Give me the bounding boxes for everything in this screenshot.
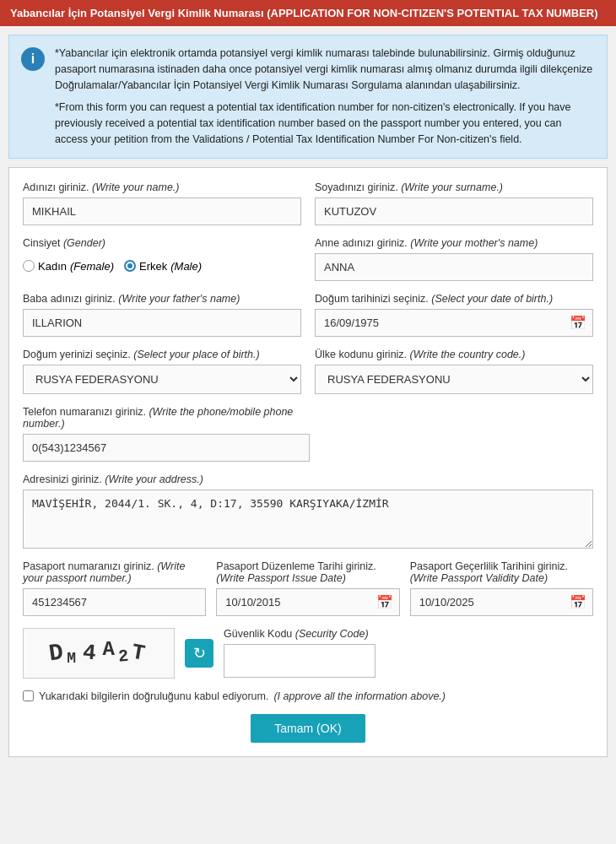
passport-valid-input[interactable] xyxy=(410,588,593,616)
captcha-input[interactable] xyxy=(224,644,376,678)
name-row: Adınızı giriniz. (Write your name.) Soya… xyxy=(23,181,593,225)
passport-num-input[interactable] xyxy=(23,588,206,616)
captcha-label: Güvenlik Kodu (Security Code) xyxy=(224,628,593,640)
passport-valid-group: Pasaport Geçerlilik Tarihini giriniz. (W… xyxy=(410,560,593,616)
pob-group: Doğum yerinizi seçiniz. (Select your pla… xyxy=(23,349,301,394)
address-label: Adresinizi giriniz. (Write your address.… xyxy=(23,473,593,485)
female-radio[interactable] xyxy=(23,260,35,272)
phone-label: Telefon numaranızı giriniz. (Write the p… xyxy=(23,406,310,430)
dob-wrapper: 📅 xyxy=(315,309,593,337)
male-radio[interactable] xyxy=(124,260,136,272)
father-label: Baba adınızı giriniz. (Write your father… xyxy=(23,293,301,305)
surname-group: Soyadınızı giriniz. (Write your surname.… xyxy=(315,181,593,225)
phone-group: Telefon numaranızı giriniz. (Write the p… xyxy=(23,406,310,462)
pob-label: Doğum yerinizi seçiniz. (Select your pla… xyxy=(23,349,301,360)
captcha-input-group: Güvenlik Kodu (Security Code) xyxy=(224,628,593,678)
info-para-2: *From this form you can request a potent… xyxy=(55,100,595,147)
dob-input[interactable] xyxy=(315,309,593,337)
passport-valid-wrapper: 📅 xyxy=(410,588,593,616)
mother-input[interactable] xyxy=(315,253,593,281)
address-group: Adresinizi giriniz. (Write your address.… xyxy=(23,473,593,549)
passport-row: Pasaport numaranızı giriniz. (Write your… xyxy=(23,560,593,616)
address-row: Adresinizi giriniz. (Write your address.… xyxy=(23,473,593,549)
info-para-1: *Yabancılar için elektronik ortamda pota… xyxy=(55,46,595,93)
passport-issue-input[interactable] xyxy=(216,588,399,616)
name-label: Adınızı giriniz. (Write your name.) xyxy=(23,181,301,193)
captcha-char-2: 4 xyxy=(82,640,100,667)
father-input[interactable] xyxy=(23,309,301,337)
surname-label: Soyadınızı giriniz. (Write your surname.… xyxy=(315,181,593,193)
captcha-refresh-button[interactable]: ↻ xyxy=(185,639,213,668)
captcha-char-3: A xyxy=(103,638,118,661)
submit-button[interactable]: Tamam (OK) xyxy=(251,714,365,743)
form-container: Adınızı giriniz. (Write your name.) Soya… xyxy=(8,167,608,757)
captcha-char-5: T xyxy=(130,639,151,667)
passport-num-group: Pasaport numaranızı giriniz. (Write your… xyxy=(23,560,206,616)
captcha-char-0: D xyxy=(47,639,68,668)
info-icon: i xyxy=(21,47,45,71)
passport-valid-label: Pasaport Geçerlilik Tarihini giriniz. (W… xyxy=(410,560,593,584)
submit-row: Tamam (OK) xyxy=(23,714,593,743)
passport-issue-wrapper: 📅 xyxy=(216,588,399,616)
captcha-image: D M 4 A 2 T xyxy=(23,628,175,679)
gender-mother-row: Cinsiyet (Gender) Kadın (Female) Erkek (… xyxy=(23,237,593,281)
name-input[interactable] xyxy=(23,197,301,225)
pob-select[interactable]: RUSYA FEDERASYONU xyxy=(23,365,301,394)
country-group: Ülke kodunu giriniz. (Write the country … xyxy=(315,349,593,394)
approve-text-em: (I approve all the information above.) xyxy=(273,690,446,702)
info-box: i *Yabancılar için elektronik ortamda po… xyxy=(8,35,608,159)
title-bar: Yabancılar İçin Potansiyel Vergi Kimlik … xyxy=(0,0,616,26)
gender-group: Cinsiyet (Gender) Kadın (Female) Erkek (… xyxy=(23,237,301,281)
gender-female-option[interactable]: Kadın (Female) xyxy=(23,260,114,273)
surname-input[interactable] xyxy=(315,197,593,225)
passport-issue-group: Pasaport Düzenleme Tarihi giriniz. (Writ… xyxy=(216,560,399,616)
country-select[interactable]: RUSYA FEDERASYONU xyxy=(315,365,593,394)
dob-label: Doğum tarihinizi seçiniz. (Select your d… xyxy=(315,293,593,305)
country-label: Ülke kodunu giriniz. (Write the country … xyxy=(315,349,593,360)
address-textarea[interactable]: MAVİŞEHİR, 2044/1. SK., 4, D:17, 35590 K… xyxy=(23,490,593,549)
captcha-char-1: M xyxy=(67,650,79,667)
gender-options: Kadın (Female) Erkek (Male) xyxy=(23,253,301,279)
father-group: Baba adınızı giriniz. (Write your father… xyxy=(23,293,301,337)
phone-input[interactable] xyxy=(23,434,310,462)
approve-text: Yukarıdaki bilgilerin doğruluğunu kabul … xyxy=(39,690,268,702)
gender-male-option[interactable]: Erkek (Male) xyxy=(124,260,202,273)
dob-group: Doğum tarihinizi seçiniz. (Select your d… xyxy=(315,293,593,337)
gender-label: Cinsiyet (Gender) xyxy=(23,237,301,249)
title-text: Yabancılar İçin Potansiyel Vergi Kimlik … xyxy=(10,7,598,19)
approve-row: Yukarıdaki bilgilerin doğruluğunu kabul … xyxy=(23,690,593,702)
captcha-row: D M 4 A 2 T ↻ Güvenlik Kodu (Security Co… xyxy=(23,628,593,679)
name-group: Adınızı giriniz. (Write your name.) xyxy=(23,181,301,225)
approve-checkbox[interactable] xyxy=(23,690,34,701)
father-dob-row: Baba adınızı giriniz. (Write your father… xyxy=(23,293,593,337)
passport-issue-label: Pasaport Düzenleme Tarihi giriniz. (Writ… xyxy=(216,560,399,584)
passport-num-label: Pasaport numaranızı giriniz. (Write your… xyxy=(23,560,206,584)
mother-group: Anne adınızı giriniz. (Write your mother… xyxy=(315,237,593,281)
phone-row: Telefon numaranızı giriniz. (Write the p… xyxy=(23,406,593,462)
mother-label: Anne adınızı giriniz. (Write your mother… xyxy=(315,237,593,249)
pob-country-row: Doğum yerinizi seçiniz. (Select your pla… xyxy=(23,349,593,394)
info-text: *Yabancılar için elektronik ortamda pota… xyxy=(55,46,595,148)
